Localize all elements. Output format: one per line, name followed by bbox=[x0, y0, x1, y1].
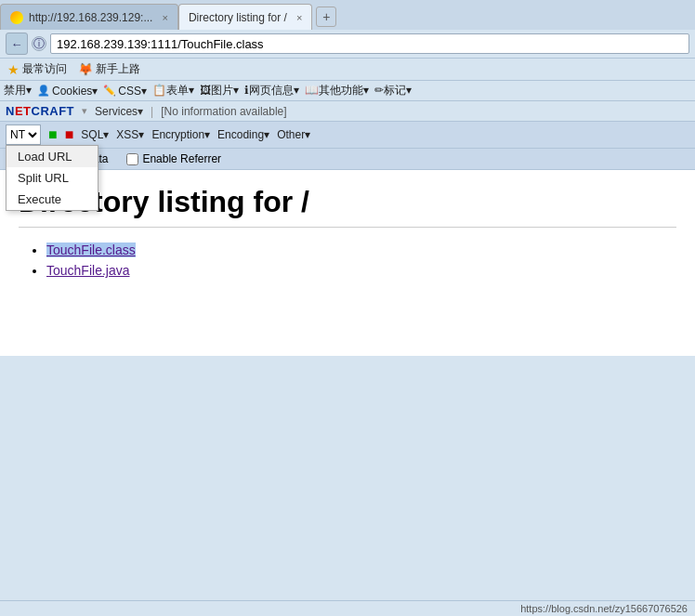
netcraft-info: [No information available] bbox=[161, 105, 286, 118]
ext-css-label: CSS▾ bbox=[118, 85, 147, 98]
bookmark-xinshou[interactable]: 🦊 新手上路 bbox=[74, 60, 144, 78]
ext-other[interactable]: 📖其他功能▾ bbox=[305, 83, 369, 98]
ext-form[interactable]: 📋表单▾ bbox=[152, 83, 194, 98]
tamper-encoding[interactable]: Encoding▾ bbox=[217, 128, 269, 141]
dropdown-execute[interactable]: Execute bbox=[7, 189, 98, 210]
green-dot-icon: ■ bbox=[48, 126, 58, 143]
ext-cookies[interactable]: 👤 Cookies▾ bbox=[37, 85, 98, 98]
back-button[interactable]: ← bbox=[6, 33, 28, 55]
new-tab-button[interactable]: + bbox=[316, 7, 336, 27]
dropdown-split-url[interactable]: Split URL bbox=[7, 167, 98, 189]
active-tab-label: Directory listing for / bbox=[189, 11, 287, 24]
url-input[interactable] bbox=[50, 33, 689, 54]
dropdown-load-url[interactable]: Load URL bbox=[7, 146, 98, 167]
tamper-other[interactable]: Other▾ bbox=[277, 128, 310, 141]
page-title: Directory listing for / bbox=[19, 185, 676, 228]
enable-referrer-label[interactable]: Enable Referrer bbox=[126, 152, 221, 165]
ext-bar: 禁用▾ 👤 Cookies▾ ✏️ CSS▾ 📋表单▾ 🖼图片▾ ℹ网页信息▾ … bbox=[0, 81, 695, 101]
inactive-tab-label: http://192.168.239.129:... bbox=[29, 11, 152, 24]
bookmark-zuichang-label: 最常访问 bbox=[22, 61, 67, 77]
netcraft-logo: NETCRAFT bbox=[6, 104, 74, 118]
file-list: TouchFile.class TouchFile.java bbox=[19, 242, 676, 278]
ext-pageinfo-label: ℹ网页信息▾ bbox=[244, 83, 299, 98]
ext-images-label: 🖼图片▾ bbox=[200, 83, 239, 98]
tamper-xss[interactable]: XSS▾ bbox=[116, 128, 144, 141]
tab-active[interactable]: Directory listing for / × bbox=[178, 4, 312, 30]
ext-other-label: 📖其他功能▾ bbox=[305, 83, 369, 98]
ext-cookies-label: Cookies▾ bbox=[52, 85, 98, 98]
enable-referrer-text: Enable Referrer bbox=[142, 152, 221, 165]
tamper-encryption[interactable]: Encryption▾ bbox=[151, 128, 210, 141]
active-tab-close[interactable]: × bbox=[296, 12, 302, 23]
inactive-tab-close[interactable]: × bbox=[162, 12, 167, 23]
ext-mark[interactable]: ✏标记▾ bbox=[374, 83, 412, 98]
ext-pageinfo[interactable]: ℹ网页信息▾ bbox=[244, 83, 299, 98]
ext-mark-label: ✏标记▾ bbox=[374, 83, 412, 98]
tamper-dropdown-menu: Load URL Split URL Execute bbox=[6, 145, 98, 211]
list-item: TouchFile.class bbox=[46, 242, 676, 257]
tamper-select[interactable]: NT bbox=[6, 125, 41, 145]
file-link-touchfile-java[interactable]: TouchFile.java bbox=[46, 263, 130, 278]
ext-form-label: 📋表单▾ bbox=[152, 83, 194, 98]
bookmarks-bar: ★ 最常访问 🦊 新手上路 bbox=[0, 59, 695, 81]
ext-images[interactable]: 🖼图片▾ bbox=[200, 83, 239, 98]
bookmark-xinshou-label: 新手上路 bbox=[96, 61, 140, 77]
page-content: Directory listing for / TouchFile.class … bbox=[0, 170, 695, 356]
bookmark-zuichang[interactable]: ★ 最常访问 bbox=[4, 60, 71, 78]
ext-jinyong-label: 禁用▾ bbox=[4, 83, 32, 98]
favicon-icon bbox=[10, 11, 23, 24]
file-link-touchfile-class[interactable]: TouchFile.class bbox=[46, 242, 136, 257]
tamper-sql[interactable]: SQL▾ bbox=[81, 128, 109, 141]
ext-css[interactable]: ✏️ CSS▾ bbox=[103, 85, 147, 98]
netcraft-services-button[interactable]: Services▾ bbox=[95, 105, 143, 118]
tamper-bar: NT Load URL Split URL Execute ■ ■ SQL▾ X… bbox=[0, 122, 695, 149]
star-icon: ★ bbox=[7, 62, 20, 77]
fox-icon: 🦊 bbox=[78, 62, 93, 76]
tab-bar: http://192.168.239.129:... × Directory l… bbox=[0, 0, 695, 30]
info-icon: ⓘ bbox=[32, 36, 46, 51]
enable-referrer-checkbox[interactable] bbox=[126, 153, 138, 165]
netcraft-bar: NETCRAFT ▾ Services▾ | [No information a… bbox=[0, 101, 695, 122]
red-dot-icon: ■ bbox=[65, 126, 74, 143]
list-item: TouchFile.java bbox=[46, 263, 676, 278]
tab-inactive[interactable]: http://192.168.239.129:... × bbox=[0, 4, 178, 30]
tamper-dropdown-container: NT Load URL Split URL Execute bbox=[6, 125, 41, 145]
ext-jinyong[interactable]: 禁用▾ bbox=[4, 83, 32, 98]
address-bar: ← ⓘ bbox=[0, 30, 695, 59]
postdata-bar: Enable Post data Enable Referrer bbox=[0, 149, 695, 170]
